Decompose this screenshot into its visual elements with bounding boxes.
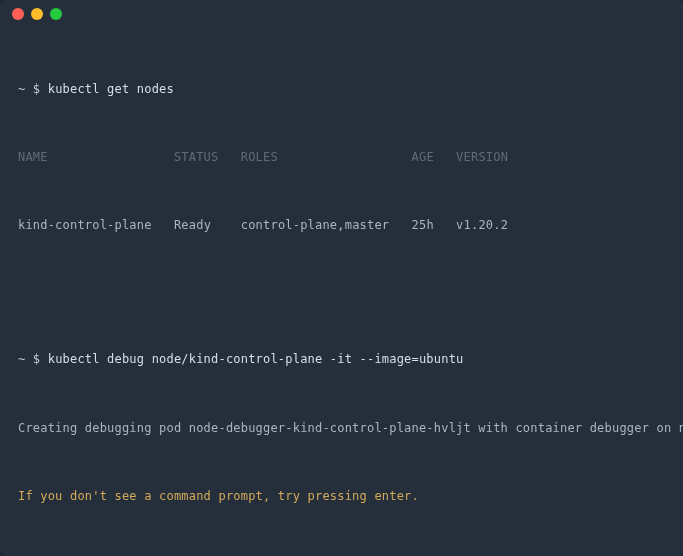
- maximize-icon[interactable]: [50, 8, 62, 20]
- titlebar: [0, 0, 683, 28]
- table-header: NAME STATUS ROLES AGE VERSION: [18, 146, 665, 169]
- cell-roles: control-plane,master: [241, 218, 390, 232]
- cell-age: 25h: [412, 218, 434, 232]
- command-text: kubectl get nodes: [48, 82, 174, 96]
- output-warning: If you don't see a command prompt, try p…: [18, 485, 665, 508]
- cell-version: v1.20.2: [456, 218, 508, 232]
- col-roles: ROLES: [241, 150, 278, 164]
- output-line: Creating debugging pod node-debugger-kin…: [18, 417, 665, 440]
- cell-status: Ready: [174, 218, 211, 232]
- close-icon[interactable]: [12, 8, 24, 20]
- terminal-body[interactable]: ~ $ kubectl get nodes NAME STATUS ROLES …: [0, 28, 683, 556]
- command-text: kubectl debug node/kind-control-plane -i…: [48, 352, 464, 366]
- col-name: NAME: [18, 150, 48, 164]
- table-row: kind-control-plane Ready control-plane,m…: [18, 214, 665, 237]
- prompt-line-2: ~ $ kubectl debug node/kind-control-plan…: [18, 348, 665, 371]
- prompt-symbol: ~ $: [18, 82, 48, 96]
- minimize-icon[interactable]: [31, 8, 43, 20]
- col-age: AGE: [412, 150, 434, 164]
- prompt-symbol: ~ $: [18, 352, 48, 366]
- col-version: VERSION: [456, 150, 508, 164]
- prompt-line-1: ~ $ kubectl get nodes: [18, 78, 665, 101]
- spacer: [18, 283, 665, 303]
- col-status: STATUS: [174, 150, 219, 164]
- cell-name: kind-control-plane: [18, 218, 152, 232]
- terminal-window: ~ $ kubectl get nodes NAME STATUS ROLES …: [0, 0, 683, 556]
